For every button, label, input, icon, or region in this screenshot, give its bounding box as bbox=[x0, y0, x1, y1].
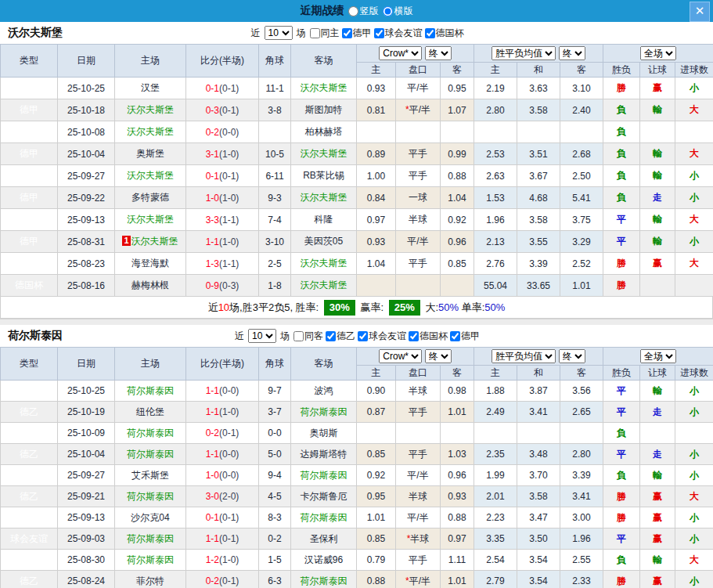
odds-provider-select[interactable]: Crow* bbox=[379, 46, 422, 60]
league-checkbox[interactable] bbox=[342, 28, 352, 38]
league-checkbox[interactable] bbox=[358, 331, 368, 341]
league-type-cell: 球会友谊 bbox=[1, 528, 58, 550]
result-handicap: 輸 bbox=[640, 231, 675, 253]
league-checkbox[interactable] bbox=[374, 28, 384, 38]
full-score: 3-1 bbox=[206, 149, 219, 160]
avg-home: 2.35 bbox=[474, 444, 517, 465]
result-handicap: 赢 bbox=[640, 507, 675, 528]
handicap-cell: 平/半 bbox=[396, 231, 441, 253]
layout-horizontal-option[interactable]: 横版 bbox=[383, 5, 413, 18]
scope-select[interactable]: 全场 bbox=[640, 349, 676, 363]
half-score: (0-0) bbox=[219, 127, 239, 138]
corner-score: 3-7 bbox=[259, 402, 291, 423]
avg-away bbox=[560, 423, 603, 444]
handicap: 平手 bbox=[409, 554, 427, 565]
result-wdl: 平 bbox=[603, 209, 640, 231]
recent-count-select[interactable]: 10 bbox=[248, 329, 276, 343]
handicap-cell bbox=[396, 121, 441, 143]
league-filter[interactable]: 德甲 bbox=[450, 330, 480, 343]
home-team-cell: 奥斯堡 bbox=[115, 143, 186, 165]
league-filters: 德乙球会友谊德国杯德甲 bbox=[323, 330, 480, 343]
league-type-cell: 德乙 bbox=[1, 465, 58, 486]
league-checkbox[interactable] bbox=[450, 331, 460, 341]
avg-home: 2.53 bbox=[474, 143, 517, 165]
avg-final-select[interactable]: 终 bbox=[559, 349, 585, 363]
league-filter[interactable]: 德乙 bbox=[326, 330, 355, 343]
result-wdl: 負 bbox=[603, 121, 640, 143]
odds-provider-select[interactable]: Crow* bbox=[379, 349, 422, 363]
league-filter[interactable]: 球会友谊 bbox=[374, 27, 423, 40]
result-goals: 小 bbox=[675, 187, 713, 209]
same-venue-checkbox[interactable] bbox=[310, 28, 320, 38]
away-team-cell: 沃尔夫斯堡 bbox=[291, 143, 357, 165]
match-row: 德乙 25-10-25 荷尔斯泰因 1-1(0-0) 9-7 波鸿 0.90 半… bbox=[1, 381, 713, 402]
same-venue-checkbox[interactable] bbox=[293, 331, 304, 341]
half-score: (0-1) bbox=[219, 427, 239, 438]
col-avg-draw: 和 bbox=[517, 63, 560, 78]
col-type: 类型 bbox=[1, 348, 58, 381]
home-team-cell: 赫梅林根 bbox=[115, 275, 186, 297]
avg-draw: 4.68 bbox=[517, 187, 560, 209]
near-label: 近 bbox=[251, 27, 261, 40]
home-team: 赫梅林根 bbox=[131, 280, 169, 290]
col-home: 主场 bbox=[115, 45, 186, 78]
odds-home: 0.79 bbox=[357, 550, 396, 571]
avg-draw: 3.51 bbox=[517, 143, 560, 165]
away-team: RB莱比锡 bbox=[303, 170, 344, 181]
corner-score: 1-8 bbox=[259, 275, 291, 297]
recent-count-select[interactable]: 10 bbox=[265, 26, 293, 40]
league-checkbox[interactable] bbox=[326, 331, 336, 341]
odds-away: 1.11 bbox=[441, 550, 474, 571]
home-team-cell: 沃尔夫斯堡 bbox=[115, 121, 186, 143]
vertical-radio[interactable] bbox=[348, 6, 358, 16]
col-avg-home: 主 bbox=[474, 63, 517, 78]
league-checkbox[interactable] bbox=[409, 331, 419, 341]
odds-final-select[interactable]: 终 bbox=[425, 46, 452, 60]
avg-away: 2.52 bbox=[560, 253, 603, 275]
league-checkbox[interactable] bbox=[425, 28, 435, 38]
league-type-cell: 德甲 bbox=[1, 209, 58, 231]
avg-draw: 3.54 bbox=[517, 550, 560, 571]
result-handicap: 輸 bbox=[640, 99, 675, 121]
close-icon[interactable]: ✕ bbox=[690, 2, 710, 22]
league-type-cell: 德甲 bbox=[1, 143, 58, 165]
recent-matches-table-team1: 类型 日期 主场 比分(半场) 角球 客场 Crow* 终 胜平负均值 终 全场… bbox=[0, 44, 713, 297]
avg-draw: 3.55 bbox=[517, 231, 560, 253]
odds-home bbox=[357, 121, 396, 143]
league-filter[interactable]: 德甲 bbox=[342, 27, 372, 40]
scope-select[interactable]: 全场 bbox=[640, 46, 676, 60]
handicap-cell bbox=[396, 275, 441, 297]
avg-type-select[interactable]: 胜平负均值 bbox=[492, 349, 556, 363]
result-goals bbox=[675, 121, 713, 143]
league-filter[interactable]: 德国杯 bbox=[425, 27, 464, 40]
handicap-cell: 平手 bbox=[396, 253, 441, 275]
avg-type-select[interactable]: 胜平负均值 bbox=[492, 46, 556, 60]
odds-away: 0.88 bbox=[441, 507, 474, 528]
avg-draw: 3.87 bbox=[517, 381, 560, 402]
recent-matches-table-team2: 类型 日期 主场 比分(半场) 角球 客场 Crow* 终 胜平负均值 终 全场… bbox=[0, 347, 713, 588]
odds-final-select[interactable]: 终 bbox=[425, 349, 452, 363]
corner-score: 3-8 bbox=[259, 99, 291, 121]
same-venue-filter[interactable]: 同主 bbox=[310, 27, 340, 40]
result-handicap bbox=[640, 423, 675, 444]
league-filter[interactable]: 球会友谊 bbox=[358, 330, 406, 343]
match-date: 25-09-13 bbox=[58, 507, 115, 528]
league-filter[interactable]: 德国杯 bbox=[409, 330, 448, 343]
avg-draw bbox=[517, 121, 560, 143]
vertical-radio-label: 竖版 bbox=[360, 5, 379, 18]
odds-away: 1.01 bbox=[441, 571, 474, 588]
odds-away: 0.96 bbox=[441, 231, 474, 253]
result-handicap: 輸 bbox=[640, 465, 675, 486]
avg-final-select[interactable]: 终 bbox=[559, 46, 585, 60]
score-cell: 3-1(1-0) bbox=[186, 143, 259, 165]
away-team: 汉诺威96 bbox=[304, 554, 343, 565]
match-date: 25-09-13 bbox=[58, 209, 115, 231]
layout-vertical-option[interactable]: 竖版 bbox=[348, 5, 379, 18]
avg-draw: 3.54 bbox=[517, 571, 560, 588]
horizontal-radio[interactable] bbox=[383, 6, 393, 16]
filter-bar: 近 10 场 同主 德甲球会友谊德国杯 bbox=[250, 26, 464, 40]
same-venue-filter[interactable]: 同客 bbox=[293, 330, 323, 343]
odds-home: 0.95 bbox=[357, 486, 396, 507]
away-team: 美因茨05 bbox=[304, 236, 343, 247]
match-date: 25-09-27 bbox=[58, 465, 115, 486]
